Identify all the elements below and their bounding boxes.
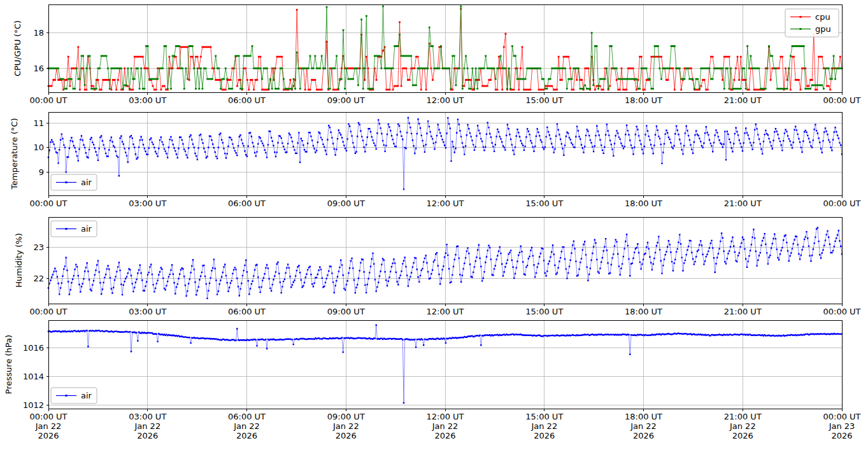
x-tick-label: 15:00 UT [525, 412, 563, 421]
y-tick-label: 1014 [23, 372, 44, 381]
weather-timeseries-figure: 00:00 UT03:00 UT06:00 UT09:00 UT12:00 UT… [0, 0, 868, 450]
x-tick-label: 18:00 UT [625, 95, 662, 105]
x-tick-label: 03:00 UT [129, 307, 166, 316]
x-tick-label: 21:00 UT [724, 95, 762, 105]
x-tick-year-label: 2026 [534, 431, 555, 440]
x-tick-label: 15:00 UT [525, 199, 563, 208]
y-tick-label: 11 [33, 118, 44, 128]
x-tick-label: 00:00 UT [823, 95, 860, 105]
x-tick-label: 06:00 UT [228, 412, 266, 421]
x-tick-date-label: Jan 22 [729, 421, 756, 431]
x-tick-label: 12:00 UT [426, 412, 464, 421]
x-tick-label: 15:00 UT [525, 307, 563, 316]
x-tick-label: 00:00 UT [823, 307, 860, 316]
x-tick-label: 12:00 UT [426, 95, 464, 105]
y-axis-title-cpu-gpu: CPU/GPU (°C) [13, 20, 22, 76]
y-tick-label: 1012 [23, 400, 44, 410]
legend-label: air [81, 178, 92, 187]
x-tick-label: 06:00 UT [228, 199, 266, 208]
charts-svg: 00:00 UT03:00 UT06:00 UT09:00 UT12:00 UT… [0, 0, 868, 450]
x-tick-label: 06:00 UT [228, 95, 266, 105]
x-tick-date-label: Jan 22 [134, 421, 160, 431]
x-tick-label: 18:00 UT [625, 307, 662, 316]
legend-label: cpu [815, 12, 830, 22]
x-tick-label: 12:00 UT [426, 307, 464, 316]
x-tick-label: 21:00 UT [724, 199, 762, 208]
legend-sample-marker [800, 16, 802, 18]
y-tick-label: 23 [33, 243, 44, 252]
x-tick-date-label: Jan 22 [530, 421, 557, 431]
y-tick-label: 22 [33, 274, 44, 283]
legend-sample-marker [66, 228, 68, 230]
x-tick-year-label: 2026 [336, 431, 357, 440]
x-tick-label: 03:00 UT [129, 412, 166, 421]
x-tick-year-label: 2026 [732, 431, 753, 440]
x-tick-year-label: 2026 [434, 431, 455, 440]
legend-temperature: air [51, 174, 97, 190]
y-tick-label: 10 [33, 143, 44, 152]
legend-cpu-gpu: cpugpu [785, 9, 839, 37]
legend-label: air [81, 224, 92, 234]
x-tick-label: 09:00 UT [327, 412, 365, 421]
legend-label: gpu [815, 24, 831, 34]
x-tick-date-label: Jan 23 [829, 421, 855, 431]
legend-sample-marker [66, 181, 68, 183]
x-tick-date-label: Jan 22 [332, 421, 359, 431]
y-axis-title-humidity: Humidity (%) [14, 233, 24, 288]
x-tick-label: 00:00 UT [29, 95, 67, 105]
x-tick-label: 03:00 UT [129, 95, 166, 105]
x-tick-date-label: Jan 22 [35, 421, 62, 431]
x-tick-label: 12:00 UT [426, 199, 464, 208]
x-tick-label: 18:00 UT [625, 412, 662, 421]
x-tick-year-label: 2026 [137, 431, 158, 440]
y-axis-title-pressure: Pressure (hPa) [4, 335, 13, 394]
x-tick-year-label: 2026 [831, 431, 852, 440]
x-tick-label: 00:00 UT [823, 412, 860, 421]
x-tick-year-label: 2026 [38, 431, 59, 440]
x-tick-label: 21:00 UT [724, 307, 762, 316]
y-tick-label: 16 [33, 64, 44, 73]
x-tick-date-label: Jan 22 [233, 421, 260, 431]
legend-pressure: air [51, 388, 97, 404]
legend-sample-marker [66, 395, 68, 397]
x-tick-label: 00:00 UT [29, 412, 67, 421]
legend-label: air [81, 391, 92, 400]
x-tick-label: 09:00 UT [327, 199, 365, 208]
y-tick-label: 1016 [23, 343, 44, 353]
y-tick-label: 18 [33, 28, 44, 38]
x-tick-label: 09:00 UT [327, 307, 365, 316]
x-tick-label: 06:00 UT [228, 307, 266, 316]
x-tick-label: 00:00 UT [29, 307, 67, 316]
legend-sample-marker [800, 28, 802, 30]
x-tick-date-label: Jan 22 [630, 421, 657, 431]
x-tick-date-label: Jan 22 [432, 421, 459, 431]
legend-humidity: air [51, 221, 97, 237]
x-tick-label: 00:00 UT [823, 199, 860, 208]
x-tick-label: 21:00 UT [724, 412, 762, 421]
x-tick-label: 03:00 UT [129, 199, 166, 208]
x-tick-label: 09:00 UT [327, 95, 365, 105]
y-tick-label: 9 [39, 167, 44, 177]
x-tick-label: 18:00 UT [625, 199, 662, 208]
x-tick-label: 00:00 UT [29, 199, 67, 208]
x-tick-label: 15:00 UT [525, 95, 563, 105]
y-axis-title-temperature: Temperature (°C) [10, 118, 19, 190]
x-tick-year-label: 2026 [236, 431, 257, 440]
x-tick-year-label: 2026 [633, 431, 654, 440]
